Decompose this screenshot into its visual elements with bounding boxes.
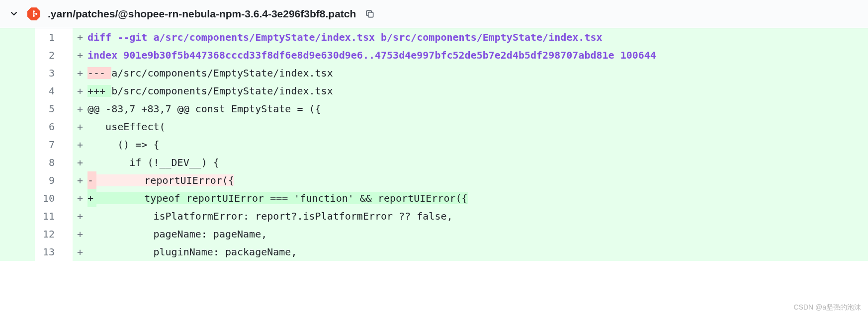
line-number[interactable]: 9: [35, 171, 64, 189]
code-text: pageName: pageName,: [87, 228, 267, 240]
diff-line: 7+ () => {: [0, 136, 868, 154]
code-cell[interactable]: isPlatformError: report?.isPlatformError…: [87, 207, 868, 225]
diff-marker: +: [73, 46, 87, 64]
diff-line: 12+ pageName: pageName,: [0, 225, 868, 243]
diff-line: 13+ pluginName: packageName,: [0, 243, 868, 261]
diff-marker: +: [73, 28, 87, 46]
code-cell[interactable]: +++ b/src/components/EmptyState/index.ts…: [87, 82, 868, 100]
line-number[interactable]: 10: [35, 189, 64, 207]
diff-line: 4++++ b/src/components/EmptyState/index.…: [0, 82, 868, 100]
code-cell[interactable]: + typeof reportUIError === 'function' &&…: [87, 189, 868, 207]
svg-rect-6: [368, 12, 373, 17]
diff-marker: +: [73, 64, 87, 82]
code-text: @@ -83,7 +83,7 @@ const EmptyState = ({: [87, 103, 321, 115]
gutter-separator: [64, 136, 73, 154]
diff-line: 2+index 901e9b30f5b447368cccd33f8df6e8d9…: [0, 46, 868, 64]
line-number[interactable]: 11: [35, 207, 64, 225]
line-number[interactable]: 1: [35, 28, 64, 46]
code-text: typeof reportUIError === 'function' && r…: [96, 192, 468, 204]
line-number[interactable]: 3: [35, 64, 64, 82]
gutter-separator: [64, 82, 73, 100]
gutter-separator: [64, 207, 73, 225]
diff-left-gutter: [0, 82, 35, 100]
code-text: pluginName: packageName,: [87, 246, 297, 258]
code-cell[interactable]: diff --git a/src/components/EmptyState/i…: [87, 28, 868, 46]
chevron-down-icon[interactable]: [10, 10, 18, 18]
diff-line: 1+diff --git a/src/components/EmptyState…: [0, 28, 868, 46]
line-number[interactable]: 13: [35, 243, 64, 261]
gutter-separator: [64, 28, 73, 46]
gutter-separator: [64, 154, 73, 171]
line-number[interactable]: 12: [35, 225, 64, 243]
code-text: useEffect(: [87, 121, 166, 133]
diff-left-gutter: [0, 154, 35, 171]
gutter-separator: [64, 46, 73, 64]
code-text: diff --git a/src/components/EmptyState/i…: [87, 31, 603, 43]
gutter-separator: [64, 243, 73, 261]
copy-path-icon[interactable]: [365, 9, 375, 19]
line-number[interactable]: 2: [35, 46, 64, 64]
diff-line: 6+ useEffect(: [0, 118, 868, 136]
diff-marker: +: [73, 136, 87, 154]
diff-marker: +: [73, 154, 87, 171]
diff-left-gutter: [0, 136, 35, 154]
diff-table: 1+diff --git a/src/components/EmptyState…: [0, 28, 868, 261]
code-cell[interactable]: @@ -83,7 +83,7 @@ const EmptyState = ({: [87, 100, 868, 118]
code-cell[interactable]: useEffect(: [87, 118, 868, 136]
svg-rect-5: [34, 13, 37, 14]
code-cell[interactable]: - reportUIError({: [87, 171, 868, 189]
diff-sign: -: [87, 171, 96, 189]
diff-line: 3+--- a/src/components/EmptyState/index.…: [0, 64, 868, 82]
line-number[interactable]: 6: [35, 118, 64, 136]
diff-marker: +: [73, 82, 87, 100]
diff-marker: +: [73, 225, 87, 243]
line-number[interactable]: 5: [35, 100, 64, 118]
code-text: if (!__DEV__) {: [87, 157, 219, 168]
diff-marker: +: [73, 100, 87, 118]
code-text: index 901e9b30f5b447368cccd33f8df6e8d9e6…: [87, 49, 656, 61]
diff-sign: ---: [87, 67, 111, 79]
file-header: .yarn/patches/@shopee-rn-nebula-npm-3.6.…: [0, 0, 868, 28]
line-number[interactable]: 8: [35, 154, 64, 171]
diff-marker: +: [73, 118, 87, 136]
diff-marker: +: [73, 243, 87, 261]
diff-left-gutter: [0, 100, 35, 118]
gutter-separator: [64, 118, 73, 136]
file-path: .yarn/patches/@shopee-rn-nebula-npm-3.6.…: [48, 8, 356, 20]
diff-left-gutter: [0, 118, 35, 136]
code-text: () => {: [87, 139, 160, 151]
diff-marker: +: [73, 189, 87, 207]
diff-line: 5+@@ -83,7 +83,7 @@ const EmptyState = (…: [0, 100, 868, 118]
code-text: isPlatformError: report?.isPlatformError…: [87, 210, 453, 222]
diff-left-gutter: [0, 28, 35, 46]
diff-left-gutter: [0, 189, 35, 207]
gutter-separator: [64, 225, 73, 243]
diff-line: 9+- reportUIError({: [0, 171, 868, 189]
code-cell[interactable]: pageName: pageName,: [87, 225, 868, 243]
diff-left-gutter: [0, 207, 35, 225]
diff-line: 8+ if (!__DEV__) {: [0, 154, 868, 171]
line-number[interactable]: 4: [35, 82, 64, 100]
gutter-separator: [64, 189, 73, 207]
gutter-separator: [64, 64, 73, 82]
code-text: a/src/components/EmptyState/index.tsx: [111, 67, 333, 79]
code-cell[interactable]: index 901e9b30f5b447368cccd33f8df6e8d9e6…: [87, 46, 868, 64]
diff-left-gutter: [0, 171, 35, 189]
gutter-separator: [64, 171, 73, 189]
code-text: reportUIError({: [96, 174, 234, 186]
diff-line: 10++ typeof reportUIError === 'function'…: [0, 189, 868, 207]
diff-left-gutter: [0, 64, 35, 82]
code-cell[interactable]: --- a/src/components/EmptyState/index.ts…: [87, 64, 868, 82]
diff-left-gutter: [0, 243, 35, 261]
diff-marker: +: [73, 171, 87, 189]
diff-left-gutter: [0, 225, 35, 243]
code-cell[interactable]: pluginName: packageName,: [87, 243, 868, 261]
diff-sign: +: [87, 189, 96, 207]
diff-left-gutter: [0, 46, 35, 64]
code-cell[interactable]: if (!__DEV__) {: [87, 154, 868, 171]
line-number[interactable]: 7: [35, 136, 64, 154]
diff-sign: +++: [87, 85, 111, 97]
code-text: b/src/components/EmptyState/index.tsx: [111, 85, 333, 97]
gutter-separator: [64, 100, 73, 118]
code-cell[interactable]: () => {: [87, 136, 868, 154]
